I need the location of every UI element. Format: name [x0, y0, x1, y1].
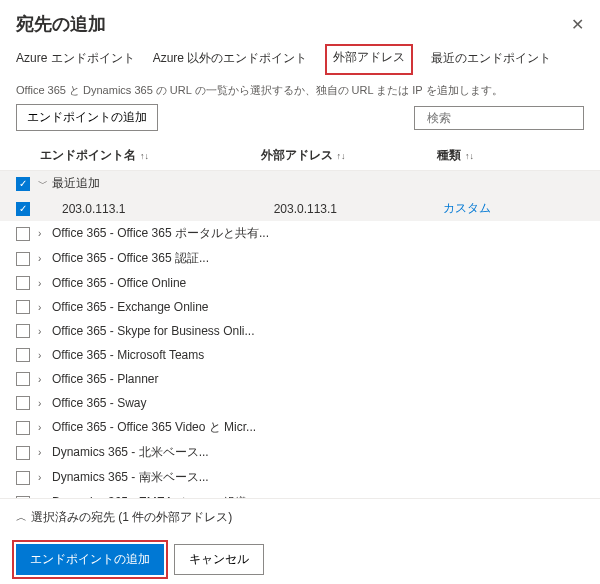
- table-header: エンドポイント名↑↓ 外部アドレス↑↓ 種類↑↓: [0, 141, 600, 171]
- checkbox[interactable]: ✓: [16, 177, 30, 191]
- selected-count-label: 選択済みの宛先 (1 件の外部アドレス): [31, 509, 232, 526]
- col-external-address[interactable]: 外部アドレス↑↓: [261, 147, 437, 164]
- search-box[interactable]: [414, 106, 584, 130]
- hint-text: Office 365 と Dynamics 365 の URL の一覧から選択す…: [0, 75, 600, 104]
- checkbox[interactable]: ✓: [16, 202, 30, 216]
- checkbox[interactable]: [16, 227, 30, 241]
- checkbox[interactable]: [16, 300, 30, 314]
- chevron-right-icon[interactable]: ›: [38, 350, 48, 361]
- chevron-right-icon[interactable]: ›: [38, 278, 48, 289]
- chevron-right-icon[interactable]: ›: [38, 398, 48, 409]
- table-row[interactable]: ›Dynamics 365 - 南米ベース...: [0, 465, 600, 490]
- cell-type: カスタム: [443, 200, 584, 217]
- chevron-right-icon[interactable]: ›: [38, 374, 48, 385]
- table-row[interactable]: ›Office 365 - Sway: [0, 391, 600, 415]
- checkbox[interactable]: [16, 471, 30, 485]
- table-row[interactable]: ›Dynamics 365 - EMEA ベースの組織: [0, 490, 600, 499]
- chevron-right-icon[interactable]: ›: [38, 326, 48, 337]
- cell-name: Dynamics 365 - 南米ベース...: [52, 469, 584, 486]
- group-row-recent[interactable]: ✓ ﹀ 最近追加: [0, 171, 600, 196]
- sort-icon: ↑↓: [465, 151, 474, 161]
- cell-name: Office 365 - Office 365 Video と Micr...: [52, 419, 584, 436]
- table-row[interactable]: ›Office 365 - Office 365 Video と Micr...: [0, 415, 600, 440]
- checkbox[interactable]: [16, 348, 30, 362]
- cell-name: Office 365 - Office 365 認証...: [52, 250, 584, 267]
- tab-external-address[interactable]: 外部アドレス: [325, 44, 413, 75]
- add-endpoint-button[interactable]: エンドポイントの追加: [16, 104, 158, 131]
- chevron-up-icon: ︿: [16, 510, 27, 525]
- cancel-button[interactable]: キャンセル: [174, 544, 264, 575]
- table-row[interactable]: ✓ 203.0.113.1 203.0.113.1 カスタム: [0, 196, 600, 221]
- cell-name: Office 365 - Office 365 ポータルと共有...: [52, 225, 584, 242]
- checkbox[interactable]: [16, 324, 30, 338]
- cell-name: Office 365 - Microsoft Teams: [52, 348, 584, 362]
- checkbox[interactable]: [16, 421, 30, 435]
- chevron-right-icon[interactable]: ›: [38, 447, 48, 458]
- table-row[interactable]: ›Office 365 - Microsoft Teams: [0, 343, 600, 367]
- table-row[interactable]: ›Office 365 - Exchange Online: [0, 295, 600, 319]
- page-title: 宛先の追加: [16, 12, 106, 36]
- table-row[interactable]: ›Office 365 - Office Online: [0, 271, 600, 295]
- table-body[interactable]: ✓ ﹀ 最近追加 ✓ 203.0.113.1 203.0.113.1 カスタム …: [0, 171, 600, 499]
- chevron-right-icon[interactable]: ›: [38, 422, 48, 433]
- cell-name: Dynamics 365 - 北米ベース...: [52, 444, 584, 461]
- search-input[interactable]: [425, 110, 579, 126]
- cell-name: Office 365 - Sway: [52, 396, 584, 410]
- table-row[interactable]: ›Office 365 - Office 365 ポータルと共有...: [0, 221, 600, 246]
- checkbox[interactable]: [16, 446, 30, 460]
- table-row[interactable]: ›Dynamics 365 - 北米ベース...: [0, 440, 600, 465]
- cell-name: Office 365 - Skype for Business Onli...: [52, 324, 584, 338]
- cell-name: Office 365 - Office Online: [52, 276, 584, 290]
- chevron-down-icon[interactable]: ﹀: [38, 177, 48, 191]
- chevron-right-icon[interactable]: ›: [38, 228, 48, 239]
- col-type[interactable]: 種類↑↓: [437, 147, 584, 164]
- checkbox[interactable]: [16, 276, 30, 290]
- tab-non-azure-endpoints[interactable]: Azure 以外のエンドポイント: [153, 44, 308, 75]
- sort-icon: ↑↓: [140, 151, 149, 161]
- col-endpoint-name[interactable]: エンドポイント名↑↓: [40, 147, 261, 164]
- chevron-right-icon[interactable]: ›: [38, 472, 48, 483]
- tab-recent-endpoints[interactable]: 最近のエンドポイント: [431, 44, 551, 75]
- selected-destinations-toggle[interactable]: ︿ 選択済みの宛先 (1 件の外部アドレス): [0, 499, 600, 536]
- chevron-right-icon[interactable]: ›: [38, 253, 48, 264]
- table-row[interactable]: ›Office 365 - Planner: [0, 367, 600, 391]
- cell-name: Office 365 - Exchange Online: [52, 300, 584, 314]
- close-icon[interactable]: ✕: [571, 15, 584, 34]
- group-label: 最近追加: [52, 175, 584, 192]
- tab-azure-endpoints[interactable]: Azure エンドポイント: [16, 44, 135, 75]
- checkbox[interactable]: [16, 396, 30, 410]
- cell-name: Office 365 - Planner: [52, 372, 584, 386]
- cell-address: 203.0.113.1: [274, 202, 443, 216]
- add-endpoint-submit-button[interactable]: エンドポイントの追加: [16, 544, 164, 575]
- chevron-right-icon[interactable]: ›: [38, 302, 48, 313]
- tab-bar: Azure エンドポイント Azure 以外のエンドポイント 外部アドレス 最近…: [0, 44, 600, 75]
- checkbox[interactable]: [16, 372, 30, 386]
- checkbox[interactable]: [16, 252, 30, 266]
- table-row[interactable]: ›Office 365 - Skype for Business Onli...: [0, 319, 600, 343]
- sort-icon: ↑↓: [337, 151, 346, 161]
- cell-name: 203.0.113.1: [38, 202, 274, 216]
- table-row[interactable]: ›Office 365 - Office 365 認証...: [0, 246, 600, 271]
